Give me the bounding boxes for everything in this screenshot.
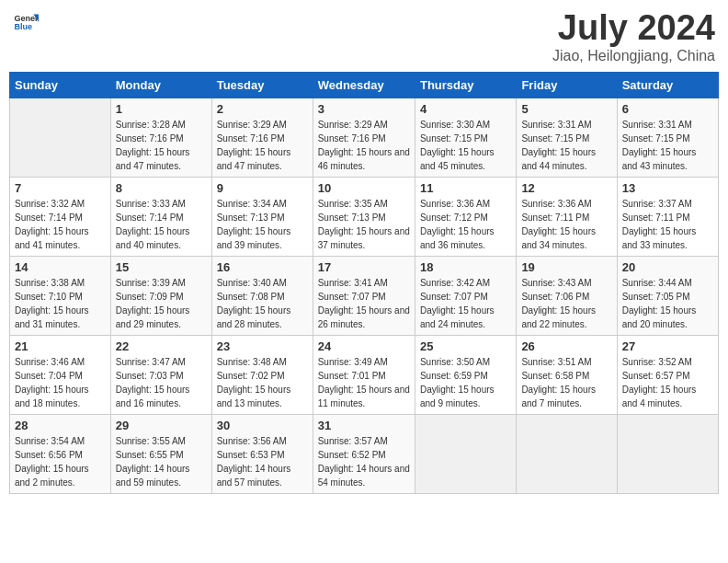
day-info: Sunrise: 3:56 AMSunset: 6:53 PMDaylight:… xyxy=(217,434,308,489)
day-cell: 30Sunrise: 3:56 AMSunset: 6:53 PMDayligh… xyxy=(211,414,313,493)
day-cell xyxy=(415,414,516,493)
logo: General Blue xyxy=(13,9,39,35)
day-number: 14 xyxy=(15,260,106,274)
day-number: 15 xyxy=(116,260,207,274)
day-cell: 22Sunrise: 3:47 AMSunset: 7:03 PMDayligh… xyxy=(110,335,211,414)
day-info: Sunrise: 3:54 AMSunset: 6:56 PMDaylight:… xyxy=(15,434,106,489)
day-number: 6 xyxy=(622,102,713,116)
day-number: 28 xyxy=(15,419,106,432)
weekday-header-friday: Friday xyxy=(517,72,617,98)
day-number: 20 xyxy=(622,260,713,274)
day-number: 23 xyxy=(217,339,308,353)
day-cell: 4Sunrise: 3:30 AMSunset: 7:15 PMDaylight… xyxy=(415,98,516,177)
day-info: Sunrise: 3:37 AMSunset: 7:11 PMDaylight:… xyxy=(622,197,713,252)
day-number: 24 xyxy=(318,339,410,353)
day-info: Sunrise: 3:30 AMSunset: 7:15 PMDaylight:… xyxy=(420,118,511,173)
weekday-header-thursday: Thursday xyxy=(415,72,516,98)
week-row-2: 7Sunrise: 3:32 AMSunset: 7:14 PMDaylight… xyxy=(10,177,719,256)
day-cell xyxy=(517,414,617,493)
day-cell: 10Sunrise: 3:35 AMSunset: 7:13 PMDayligh… xyxy=(313,177,415,256)
day-info: Sunrise: 3:50 AMSunset: 6:59 PMDaylight:… xyxy=(420,355,511,410)
day-number: 30 xyxy=(217,419,308,432)
location: Jiao, Heilongjiang, China xyxy=(552,48,715,64)
day-info: Sunrise: 3:34 AMSunset: 7:13 PMDaylight:… xyxy=(217,197,308,252)
day-info: Sunrise: 3:40 AMSunset: 7:08 PMDaylight:… xyxy=(217,276,308,331)
day-cell: 6Sunrise: 3:31 AMSunset: 7:15 PMDaylight… xyxy=(617,98,718,177)
day-info: Sunrise: 3:33 AMSunset: 7:14 PMDaylight:… xyxy=(116,197,207,252)
day-info: Sunrise: 3:43 AMSunset: 7:06 PMDaylight:… xyxy=(521,276,611,331)
day-cell: 5Sunrise: 3:31 AMSunset: 7:15 PMDaylight… xyxy=(517,98,617,177)
day-cell: 20Sunrise: 3:44 AMSunset: 7:05 PMDayligh… xyxy=(617,256,718,335)
day-number: 29 xyxy=(116,419,207,432)
day-cell: 9Sunrise: 3:34 AMSunset: 7:13 PMDaylight… xyxy=(211,177,313,256)
day-number: 7 xyxy=(15,181,106,195)
weekday-header-row: SundayMondayTuesdayWednesdayThursdayFrid… xyxy=(10,72,719,98)
day-cell: 12Sunrise: 3:36 AMSunset: 7:11 PMDayligh… xyxy=(517,177,617,256)
day-info: Sunrise: 3:38 AMSunset: 7:10 PMDaylight:… xyxy=(15,276,106,331)
day-cell: 21Sunrise: 3:46 AMSunset: 7:04 PMDayligh… xyxy=(10,335,111,414)
week-row-4: 21Sunrise: 3:46 AMSunset: 7:04 PMDayligh… xyxy=(10,335,719,414)
day-cell: 15Sunrise: 3:39 AMSunset: 7:09 PMDayligh… xyxy=(110,256,211,335)
weekday-header-tuesday: Tuesday xyxy=(211,72,313,98)
day-number: 18 xyxy=(420,260,511,274)
day-number: 26 xyxy=(521,339,611,353)
day-number: 25 xyxy=(420,339,511,353)
day-info: Sunrise: 3:31 AMSunset: 7:15 PMDaylight:… xyxy=(521,118,611,173)
day-info: Sunrise: 3:29 AMSunset: 7:16 PMDaylight:… xyxy=(217,118,308,173)
day-cell: 31Sunrise: 3:57 AMSunset: 6:52 PMDayligh… xyxy=(313,414,415,493)
day-info: Sunrise: 3:55 AMSunset: 6:55 PMDaylight:… xyxy=(116,434,207,489)
day-number: 12 xyxy=(521,181,611,195)
day-info: Sunrise: 3:41 AMSunset: 7:07 PMDaylight:… xyxy=(318,276,410,331)
week-row-3: 14Sunrise: 3:38 AMSunset: 7:10 PMDayligh… xyxy=(10,256,719,335)
day-number: 1 xyxy=(116,102,207,116)
svg-text:Blue: Blue xyxy=(14,22,32,31)
day-number: 19 xyxy=(521,260,611,274)
day-number: 5 xyxy=(521,102,611,116)
day-info: Sunrise: 3:35 AMSunset: 7:13 PMDaylight:… xyxy=(318,197,410,252)
day-number: 8 xyxy=(116,181,207,195)
day-cell: 17Sunrise: 3:41 AMSunset: 7:07 PMDayligh… xyxy=(313,256,415,335)
day-info: Sunrise: 3:28 AMSunset: 7:16 PMDaylight:… xyxy=(116,118,207,173)
day-number: 9 xyxy=(217,181,308,195)
day-cell: 2Sunrise: 3:29 AMSunset: 7:16 PMDaylight… xyxy=(211,98,313,177)
day-number: 3 xyxy=(318,102,410,116)
day-number: 10 xyxy=(318,181,410,195)
day-cell: 19Sunrise: 3:43 AMSunset: 7:06 PMDayligh… xyxy=(517,256,617,335)
day-info: Sunrise: 3:42 AMSunset: 7:07 PMDaylight:… xyxy=(420,276,511,331)
day-info: Sunrise: 3:57 AMSunset: 6:52 PMDaylight:… xyxy=(318,434,410,489)
day-number: 22 xyxy=(116,339,207,353)
day-cell: 7Sunrise: 3:32 AMSunset: 7:14 PMDaylight… xyxy=(10,177,111,256)
day-info: Sunrise: 3:36 AMSunset: 7:12 PMDaylight:… xyxy=(420,197,511,252)
day-info: Sunrise: 3:32 AMSunset: 7:14 PMDaylight:… xyxy=(15,197,106,252)
day-cell: 26Sunrise: 3:51 AMSunset: 6:58 PMDayligh… xyxy=(517,335,617,414)
day-info: Sunrise: 3:51 AMSunset: 6:58 PMDaylight:… xyxy=(521,355,611,410)
day-cell: 25Sunrise: 3:50 AMSunset: 6:59 PMDayligh… xyxy=(415,335,516,414)
title-area: July 2024 Jiao, Heilongjiang, China xyxy=(552,9,715,64)
day-cell: 1Sunrise: 3:28 AMSunset: 7:16 PMDaylight… xyxy=(110,98,211,177)
day-info: Sunrise: 3:46 AMSunset: 7:04 PMDaylight:… xyxy=(15,355,106,410)
day-info: Sunrise: 3:36 AMSunset: 7:11 PMDaylight:… xyxy=(521,197,611,252)
day-info: Sunrise: 3:49 AMSunset: 7:01 PMDaylight:… xyxy=(318,355,410,410)
day-number: 4 xyxy=(420,102,511,116)
day-cell: 11Sunrise: 3:36 AMSunset: 7:12 PMDayligh… xyxy=(415,177,516,256)
day-number: 11 xyxy=(420,181,511,195)
day-number: 13 xyxy=(622,181,713,195)
day-number: 31 xyxy=(318,419,410,432)
day-info: Sunrise: 3:52 AMSunset: 6:57 PMDaylight:… xyxy=(622,355,713,410)
calendar-table: SundayMondayTuesdayWednesdayThursdayFrid… xyxy=(9,72,719,494)
day-number: 21 xyxy=(15,339,106,353)
day-cell: 28Sunrise: 3:54 AMSunset: 6:56 PMDayligh… xyxy=(10,414,111,493)
day-number: 2 xyxy=(217,102,308,116)
day-number: 17 xyxy=(318,260,410,274)
day-number: 16 xyxy=(217,260,308,274)
week-row-1: 1Sunrise: 3:28 AMSunset: 7:16 PMDaylight… xyxy=(10,98,719,177)
day-cell: 18Sunrise: 3:42 AMSunset: 7:07 PMDayligh… xyxy=(415,256,516,335)
day-info: Sunrise: 3:29 AMSunset: 7:16 PMDaylight:… xyxy=(318,118,410,173)
day-cell: 3Sunrise: 3:29 AMSunset: 7:16 PMDaylight… xyxy=(313,98,415,177)
month-title: July 2024 xyxy=(552,9,715,48)
day-number: 27 xyxy=(622,339,713,353)
day-cell: 24Sunrise: 3:49 AMSunset: 7:01 PMDayligh… xyxy=(313,335,415,414)
day-info: Sunrise: 3:31 AMSunset: 7:15 PMDaylight:… xyxy=(622,118,713,173)
day-cell: 16Sunrise: 3:40 AMSunset: 7:08 PMDayligh… xyxy=(211,256,313,335)
logo-icon: General Blue xyxy=(13,9,39,35)
